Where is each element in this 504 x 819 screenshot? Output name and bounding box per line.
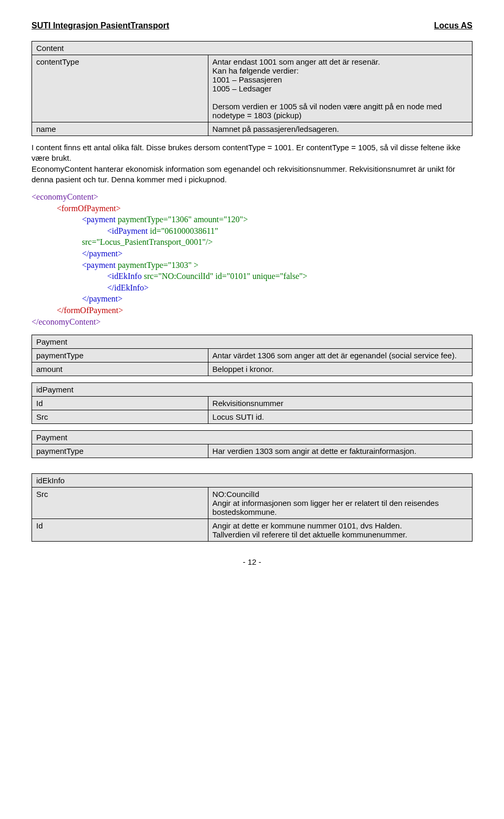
xml-line: </economyContent> — [32, 317, 101, 326]
doc-title-right: Locus AS — [434, 21, 472, 30]
page-header: SUTI Integrasjon PasientTransport Locus … — [32, 21, 472, 30]
cell-value: Antar endast 1001 som anger att det är r… — [208, 55, 472, 122]
table-title: idEkInfo — [32, 474, 472, 488]
cell-value: Namnet på passasjeren/ledsageren. — [208, 122, 472, 136]
xml-line: </formOfPayment> — [57, 306, 123, 315]
cell-value: Har verdien 1303 som angir at dette er f… — [208, 444, 472, 458]
table-title: idPayment — [32, 383, 472, 397]
xml-line: <economyContent> — [32, 192, 98, 201]
cell-label: Src — [32, 488, 208, 519]
table-title: Content — [32, 42, 472, 55]
table-idpayment: idPayment Id Rekvisitionsnummer Src Locu… — [32, 382, 472, 424]
table-idekinfo: idEkInfo Src NO:CouncilId Angir at infor… — [32, 473, 472, 542]
xml-line: src="Locus_PasientTransport_0001"/> — [82, 237, 213, 246]
cell-value: NO:CouncilId Angir at informasjonen som … — [208, 488, 472, 519]
cell-label: Id — [32, 519, 208, 542]
table-title: Payment — [32, 335, 472, 349]
xml-snippet: <economyContent> <formOfPayment> <paymen… — [32, 191, 472, 327]
page-number: - 12 - — [32, 557, 472, 566]
xml-line: </payment> — [82, 294, 123, 303]
cell-label: name — [32, 122, 208, 136]
paragraph: I content finns ett antal olika fält. Di… — [32, 142, 472, 185]
xml-line: <payment — [82, 215, 116, 224]
xml-line: </idEkInfo> — [107, 283, 149, 292]
xml-line: <payment — [82, 261, 116, 269]
xml-line: <formOfPayment> — [57, 204, 121, 213]
cell-value: Angir at dette er kommune nummer 0101, d… — [208, 519, 472, 542]
cell-value: Beloppet i kronor. — [208, 362, 472, 376]
doc-title-left: SUTI Integrasjon PasientTransport — [32, 21, 169, 30]
xml-attrs: id="061000038611" — [148, 226, 218, 235]
cell-label: paymentType — [32, 444, 208, 458]
cell-value: Antar värdet 1306 som anger att det är e… — [208, 349, 472, 362]
cell-value: Rekvisitionsnummer — [208, 397, 472, 410]
cell-label: amount — [32, 362, 208, 376]
table-payment-1303: Payment paymentType Har verdien 1303 som… — [32, 430, 472, 458]
cell-label: paymentType — [32, 349, 208, 362]
cell-label: contentType — [32, 55, 208, 122]
table-title: Payment — [32, 431, 472, 444]
xml-line: </payment> — [82, 249, 123, 258]
xml-attrs: paymentType="1303" > — [116, 261, 198, 269]
table-payment-1306: Payment paymentType Antar värdet 1306 so… — [32, 335, 472, 376]
xml-attrs: src="NO:CouncilId" id="0101" unique="fal… — [142, 272, 308, 281]
cell-label: Id — [32, 397, 208, 410]
xml-line: <idEkInfo — [107, 272, 142, 281]
xml-line: <idPayment — [107, 226, 148, 235]
cell-label: Src — [32, 410, 208, 424]
cell-value: Locus SUTI id. — [208, 410, 472, 424]
table-content: Content contentType Antar endast 1001 so… — [32, 41, 472, 136]
xml-attrs: paymentType="1306" amount="120"> — [116, 215, 248, 224]
